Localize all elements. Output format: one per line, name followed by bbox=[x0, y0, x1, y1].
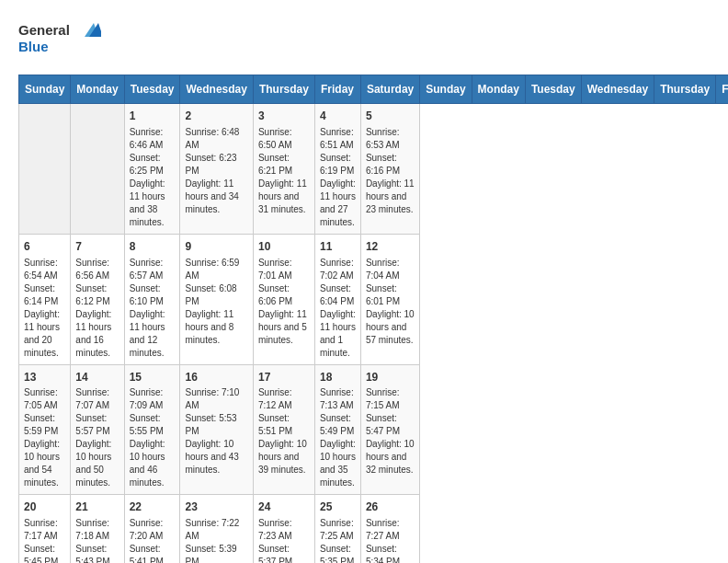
logo-svg: General Blue bbox=[18, 18, 101, 60]
calendar-day-cell: 12Sunrise: 7:04 AMSunset: 6:01 PMDayligh… bbox=[360, 234, 419, 364]
day-number: 7 bbox=[75, 239, 119, 255]
day-of-week-header: Tuesday bbox=[525, 75, 581, 104]
calendar-day-cell: 26Sunrise: 7:27 AMSunset: 5:34 PMDayligh… bbox=[360, 495, 419, 563]
day-number: 9 bbox=[185, 239, 247, 255]
day-of-week-header: Sunday bbox=[420, 75, 472, 104]
day-info: Sunrise: 7:10 AMSunset: 5:53 PMDaylight:… bbox=[185, 386, 247, 477]
day-number: 12 bbox=[366, 239, 415, 255]
day-info: Sunrise: 7:23 AMSunset: 5:37 PMDaylight:… bbox=[258, 517, 310, 563]
day-number: 16 bbox=[185, 370, 247, 385]
calendar-day-cell: 1Sunrise: 6:46 AMSunset: 6:25 PMDaylight… bbox=[124, 104, 180, 235]
day-number: 20 bbox=[24, 500, 65, 515]
day-number: 22 bbox=[130, 500, 176, 515]
calendar-day-cell: 8Sunrise: 6:57 AMSunset: 6:10 PMDaylight… bbox=[124, 234, 180, 364]
day-of-week-header: Wednesday bbox=[180, 75, 253, 104]
calendar-day-cell: 4Sunrise: 6:51 AMSunset: 6:19 PMDaylight… bbox=[314, 104, 360, 235]
day-number: 24 bbox=[258, 500, 310, 515]
day-of-week-header: Thursday bbox=[253, 75, 314, 104]
day-number: 5 bbox=[366, 109, 415, 124]
day-info: Sunrise: 7:25 AMSunset: 5:35 PMDaylight:… bbox=[320, 517, 356, 563]
calendar-week-row: 6Sunrise: 6:54 AMSunset: 6:14 PMDaylight… bbox=[19, 234, 729, 364]
day-number: 18 bbox=[320, 370, 356, 385]
calendar-day-cell: 22Sunrise: 7:20 AMSunset: 5:41 PMDayligh… bbox=[124, 495, 180, 563]
calendar-day-cell: 5Sunrise: 6:53 AMSunset: 6:16 PMDaylight… bbox=[360, 104, 419, 235]
day-info: Sunrise: 7:02 AMSunset: 6:04 PMDaylight:… bbox=[320, 257, 356, 360]
day-number: 26 bbox=[366, 500, 415, 515]
calendar-week-row: 20Sunrise: 7:17 AMSunset: 5:45 PMDayligh… bbox=[19, 495, 729, 563]
calendar-day-cell: 11Sunrise: 7:02 AMSunset: 6:04 PMDayligh… bbox=[314, 234, 360, 364]
day-info: Sunrise: 6:51 AMSunset: 6:19 PMDaylight:… bbox=[320, 126, 356, 229]
calendar-table: SundayMondayTuesdayWednesdayThursdayFrid… bbox=[18, 75, 728, 563]
page-header: General Blue bbox=[18, 18, 710, 60]
day-number: 21 bbox=[75, 500, 119, 515]
day-number: 13 bbox=[24, 370, 65, 385]
calendar-day-cell: 19Sunrise: 7:15 AMSunset: 5:47 PMDayligh… bbox=[360, 364, 419, 495]
day-number: 23 bbox=[185, 500, 247, 515]
day-info: Sunrise: 7:07 AMSunset: 5:57 PMDaylight:… bbox=[75, 386, 119, 489]
day-number: 10 bbox=[258, 239, 310, 255]
day-number: 14 bbox=[75, 370, 119, 385]
day-number: 15 bbox=[130, 370, 176, 385]
calendar-day-cell: 23Sunrise: 7:22 AMSunset: 5:39 PMDayligh… bbox=[180, 495, 253, 563]
calendar-header-row: SundayMondayTuesdayWednesdayThursdayFrid… bbox=[19, 75, 729, 104]
day-number: 2 bbox=[185, 109, 247, 124]
day-of-week-header: Wednesday bbox=[581, 75, 654, 104]
day-info: Sunrise: 7:18 AMSunset: 5:43 PMDaylight:… bbox=[75, 517, 119, 563]
calendar-day-cell: 21Sunrise: 7:18 AMSunset: 5:43 PMDayligh… bbox=[71, 495, 124, 563]
day-number: 4 bbox=[320, 109, 356, 124]
day-info: Sunrise: 6:48 AMSunset: 6:23 PMDaylight:… bbox=[185, 126, 247, 216]
day-info: Sunrise: 7:05 AMSunset: 5:59 PMDaylight:… bbox=[24, 386, 65, 489]
day-info: Sunrise: 7:22 AMSunset: 5:39 PMDaylight:… bbox=[185, 517, 247, 563]
day-of-week-header: Friday bbox=[314, 75, 360, 104]
day-info: Sunrise: 7:13 AMSunset: 5:49 PMDaylight:… bbox=[320, 386, 356, 489]
svg-text:General: General bbox=[18, 22, 70, 38]
day-of-week-header: Friday bbox=[716, 75, 728, 104]
day-number: 6 bbox=[24, 239, 65, 255]
day-info: Sunrise: 7:12 AMSunset: 5:51 PMDaylight:… bbox=[258, 386, 310, 477]
calendar-day-cell: 20Sunrise: 7:17 AMSunset: 5:45 PMDayligh… bbox=[19, 495, 71, 563]
day-number: 25 bbox=[320, 500, 356, 515]
day-info: Sunrise: 6:57 AMSunset: 6:10 PMDaylight:… bbox=[130, 257, 176, 360]
day-of-week-header: Monday bbox=[472, 75, 525, 104]
calendar-day-cell: 6Sunrise: 6:54 AMSunset: 6:14 PMDaylight… bbox=[19, 234, 71, 364]
calendar-day-cell: 14Sunrise: 7:07 AMSunset: 5:57 PMDayligh… bbox=[71, 364, 124, 495]
day-info: Sunrise: 7:15 AMSunset: 5:47 PMDaylight:… bbox=[366, 386, 415, 477]
day-info: Sunrise: 7:17 AMSunset: 5:45 PMDaylight:… bbox=[24, 517, 65, 563]
calendar-day-cell: 16Sunrise: 7:10 AMSunset: 5:53 PMDayligh… bbox=[180, 364, 253, 495]
calendar-day-cell: 7Sunrise: 6:56 AMSunset: 6:12 PMDaylight… bbox=[71, 234, 124, 364]
calendar-day-cell: 10Sunrise: 7:01 AMSunset: 6:06 PMDayligh… bbox=[253, 234, 314, 364]
calendar-day-cell: 9Sunrise: 6:59 AMSunset: 6:08 PMDaylight… bbox=[180, 234, 253, 364]
calendar-week-row: 13Sunrise: 7:05 AMSunset: 5:59 PMDayligh… bbox=[19, 364, 729, 495]
day-info: Sunrise: 6:46 AMSunset: 6:25 PMDaylight:… bbox=[130, 126, 176, 229]
calendar-day-cell: 2Sunrise: 6:48 AMSunset: 6:23 PMDaylight… bbox=[180, 104, 253, 235]
day-info: Sunrise: 7:27 AMSunset: 5:34 PMDaylight:… bbox=[366, 517, 415, 563]
day-number: 19 bbox=[366, 370, 415, 385]
day-info: Sunrise: 6:56 AMSunset: 6:12 PMDaylight:… bbox=[75, 257, 119, 360]
day-of-week-header: Thursday bbox=[654, 75, 716, 104]
day-info: Sunrise: 7:01 AMSunset: 6:06 PMDaylight:… bbox=[258, 257, 310, 347]
day-info: Sunrise: 7:20 AMSunset: 5:41 PMDaylight:… bbox=[130, 517, 176, 563]
day-of-week-header: Monday bbox=[71, 75, 124, 104]
calendar-day-cell: 24Sunrise: 7:23 AMSunset: 5:37 PMDayligh… bbox=[253, 495, 314, 563]
day-number: 3 bbox=[258, 109, 310, 124]
calendar-week-row: 1Sunrise: 6:46 AMSunset: 6:25 PMDaylight… bbox=[19, 104, 729, 235]
calendar-day-cell: 17Sunrise: 7:12 AMSunset: 5:51 PMDayligh… bbox=[253, 364, 314, 495]
calendar-day-cell: 3Sunrise: 6:50 AMSunset: 6:21 PMDaylight… bbox=[253, 104, 314, 235]
calendar-day-cell: 13Sunrise: 7:05 AMSunset: 5:59 PMDayligh… bbox=[19, 364, 71, 495]
day-of-week-header: Sunday bbox=[19, 75, 71, 104]
day-number: 11 bbox=[320, 239, 356, 255]
day-info: Sunrise: 6:54 AMSunset: 6:14 PMDaylight:… bbox=[24, 257, 65, 360]
svg-text:Blue: Blue bbox=[18, 39, 49, 54]
logo: General Blue bbox=[18, 18, 101, 60]
day-of-week-header: Tuesday bbox=[124, 75, 180, 104]
calendar-day-cell: 18Sunrise: 7:13 AMSunset: 5:49 PMDayligh… bbox=[314, 364, 360, 495]
day-number: 17 bbox=[258, 370, 310, 385]
calendar-day-cell: 15Sunrise: 7:09 AMSunset: 5:55 PMDayligh… bbox=[124, 364, 180, 495]
day-number: 1 bbox=[130, 109, 176, 124]
day-info: Sunrise: 6:50 AMSunset: 6:21 PMDaylight:… bbox=[258, 126, 310, 216]
calendar-day-cell: 25Sunrise: 7:25 AMSunset: 5:35 PMDayligh… bbox=[314, 495, 360, 563]
day-info: Sunrise: 6:53 AMSunset: 6:16 PMDaylight:… bbox=[366, 126, 415, 216]
day-info: Sunrise: 6:59 AMSunset: 6:08 PMDaylight:… bbox=[185, 257, 247, 347]
calendar-day-cell bbox=[71, 104, 124, 235]
calendar-day-cell bbox=[19, 104, 71, 235]
